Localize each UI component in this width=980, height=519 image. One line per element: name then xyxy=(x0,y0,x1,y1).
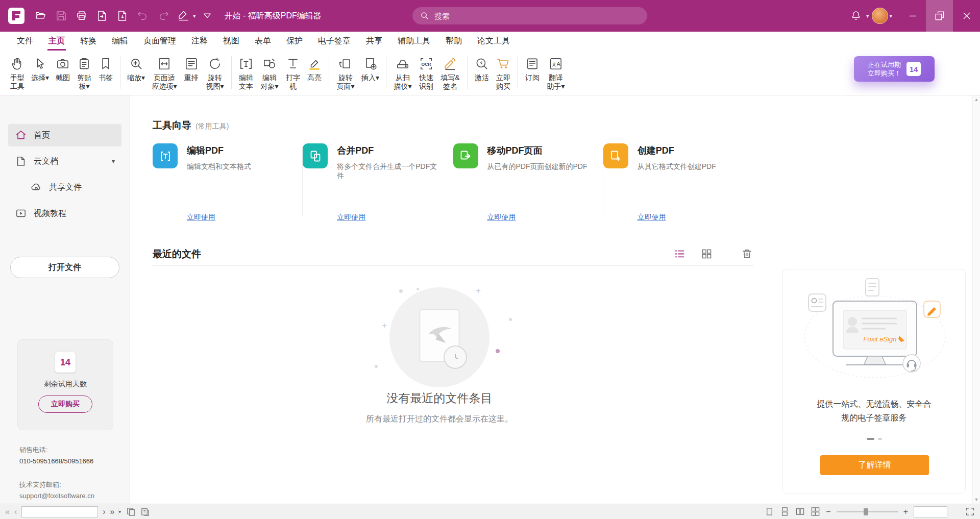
menu-help[interactable]: 帮助 xyxy=(438,32,470,51)
page-number-box[interactable]: ▾ xyxy=(21,506,98,517)
search-input[interactable] xyxy=(434,12,640,20)
zoom-percent-box[interactable] xyxy=(914,506,947,517)
zoom-percent-input[interactable] xyxy=(914,507,947,517)
rotate-pages-button[interactable]: 旋转页面▾ xyxy=(333,55,358,92)
zoom-out-button[interactable]: − xyxy=(826,508,830,516)
cloud-docs-caret-icon[interactable]: ▾ xyxy=(112,158,115,165)
zoom-button[interactable]: 缩放▾ xyxy=(125,55,148,83)
hand-tool-button[interactable]: 手型工具 xyxy=(7,55,28,92)
fill-sign-button[interactable]: 填写&签名 xyxy=(437,55,463,92)
export-pdf-icon[interactable] xyxy=(93,7,111,25)
bookmark-button[interactable]: 书签 xyxy=(95,55,116,83)
menu-home[interactable]: 主页 xyxy=(41,32,72,51)
next-page-button[interactable]: › xyxy=(103,508,105,516)
clipboard-button[interactable]: 剪贴板▾ xyxy=(74,55,94,92)
buy-now-pill-button[interactable]: 立即购买 xyxy=(38,396,92,413)
zoom-in-button[interactable]: + xyxy=(903,508,908,516)
tool-card-edit-pdf[interactable]: 编辑PDF 编辑文档和文本格式 立即使用 xyxy=(153,143,303,224)
menu-protect[interactable]: 保护 xyxy=(279,32,310,51)
support-email-value[interactable]: support@foxitsoftware.cn xyxy=(19,490,94,502)
menu-convert[interactable]: 转换 xyxy=(72,32,104,51)
tool-card-move-pages[interactable]: 移动PDF页面 从已有的PDF页面创建新的PDF 立即使用 xyxy=(453,143,603,224)
rotate-view-button[interactable]: 旋转视图▾ xyxy=(203,55,227,92)
sidebar-item-video-tutorials[interactable]: 视频教程 xyxy=(8,202,121,225)
copy-page-icon[interactable] xyxy=(126,507,136,516)
menu-form[interactable]: 表单 xyxy=(247,32,279,51)
highlight-button[interactable]: 高亮 xyxy=(304,55,325,83)
last-page-button[interactable]: » xyxy=(110,508,115,516)
edit-text-button[interactable]: 编辑文本 xyxy=(236,55,256,92)
trial-buy-badge[interactable]: 正在试用期 立即购买！ 14 xyxy=(854,56,935,82)
zoom-slider[interactable] xyxy=(837,508,898,515)
print-icon[interactable] xyxy=(72,7,91,25)
menu-esign[interactable]: 电子签章 xyxy=(310,32,358,51)
zoom-slider-handle[interactable] xyxy=(864,508,868,515)
undo-icon[interactable] xyxy=(134,7,152,25)
restore-button[interactable] xyxy=(926,0,953,32)
menu-paper-tools[interactable]: 论文工具 xyxy=(470,32,518,51)
esign-quick-icon[interactable] xyxy=(175,7,193,25)
scroll-up-icon[interactable]: ▲ xyxy=(974,97,979,102)
fit-page-options-button[interactable]: 页面适应选项▾ xyxy=(149,55,180,92)
redo-icon[interactable] xyxy=(154,7,173,25)
menu-file[interactable]: 文件 xyxy=(9,32,41,51)
quick-ocr-button[interactable]: OCR快速识别 xyxy=(416,55,436,92)
translate-assistant-button[interactable]: 文A翻译助手▾ xyxy=(544,55,568,92)
typewriter-button[interactable]: 打字机 xyxy=(283,55,303,92)
use-now-link[interactable]: 立即使用 xyxy=(638,213,666,222)
close-button[interactable] xyxy=(953,0,980,32)
facing-continuous-view-icon[interactable] xyxy=(811,507,820,516)
duplicate-page-icon[interactable] xyxy=(140,507,150,516)
use-now-link[interactable]: 立即使用 xyxy=(337,213,365,222)
list-view-icon[interactable] xyxy=(673,248,686,260)
user-avatar[interactable] xyxy=(872,8,888,24)
carousel-dots[interactable] xyxy=(783,438,965,440)
sidebar-item-home[interactable]: 首页 xyxy=(8,124,121,146)
continuous-view-icon[interactable] xyxy=(780,507,790,516)
scroll-down-icon[interactable]: ▼ xyxy=(974,497,979,502)
import-pdf-icon[interactable] xyxy=(113,7,132,25)
menu-page-organize[interactable]: 页面管理 xyxy=(136,32,184,51)
content-scrollbar[interactable]: ▲ ▼ xyxy=(972,95,980,504)
learn-more-button[interactable]: 了解详情 xyxy=(820,455,929,475)
menu-view[interactable]: 视图 xyxy=(215,32,247,51)
minimize-button[interactable] xyxy=(899,0,926,32)
menu-edit[interactable]: 编辑 xyxy=(104,32,136,51)
esign-caret-icon[interactable]: ▾ xyxy=(193,13,196,19)
single-page-view-icon[interactable] xyxy=(765,507,774,516)
toolbar-options-icon[interactable] xyxy=(198,7,216,25)
fullscreen-icon[interactable] xyxy=(965,507,975,516)
tool-card-merge-pdf[interactable]: 合并PDF 将多个文件合并生成一个PDF文件 立即使用 xyxy=(303,143,453,224)
open-file-button[interactable]: 打开文件 xyxy=(10,257,119,278)
notifications-bell-icon[interactable] xyxy=(847,7,865,25)
sidebar-item-cloud-docs[interactable]: 云文档 ▾ xyxy=(8,150,121,172)
snapshot-button[interactable]: 截图 xyxy=(53,55,73,83)
trash-icon[interactable] xyxy=(741,248,753,260)
page-number-caret-icon[interactable]: ▾ xyxy=(118,507,121,517)
carousel-dot[interactable] xyxy=(878,438,882,440)
insert-pages-button[interactable]: 插入▾ xyxy=(359,55,382,83)
reflow-button[interactable]: 重排 xyxy=(181,55,202,83)
subscribe-button[interactable]: 订阅 xyxy=(522,55,543,83)
menu-share[interactable]: 共享 xyxy=(358,32,390,51)
from-scanner-button[interactable]: 从扫描仪▾ xyxy=(390,55,415,92)
grid-view-icon[interactable] xyxy=(700,248,713,260)
facing-view-icon[interactable] xyxy=(795,507,805,516)
account-caret-icon[interactable]: ▾ xyxy=(889,13,892,19)
previous-page-button[interactable]: ‹ xyxy=(14,508,17,516)
first-page-button[interactable]: « xyxy=(5,508,10,516)
menu-accessibility[interactable]: 辅助工具 xyxy=(390,32,438,51)
notifications-caret-icon[interactable]: ▾ xyxy=(866,13,869,19)
edit-object-button[interactable]: 编辑对象▾ xyxy=(257,55,282,92)
select-tool-button[interactable]: 选择▾ xyxy=(29,55,52,83)
search-bar[interactable] xyxy=(412,7,647,24)
use-now-link[interactable]: 立即使用 xyxy=(187,213,215,222)
buy-now-button[interactable]: 立即购买 xyxy=(493,55,513,92)
use-now-link[interactable]: 立即使用 xyxy=(487,213,516,222)
open-file-icon[interactable] xyxy=(32,7,50,25)
sidebar-item-shared-files[interactable]: 共享文件 xyxy=(8,176,121,199)
carousel-dot-active[interactable] xyxy=(867,438,874,440)
save-icon[interactable] xyxy=(52,7,70,25)
menu-comment[interactable]: 注释 xyxy=(184,32,215,51)
activate-button[interactable]: 激活 xyxy=(472,55,492,83)
